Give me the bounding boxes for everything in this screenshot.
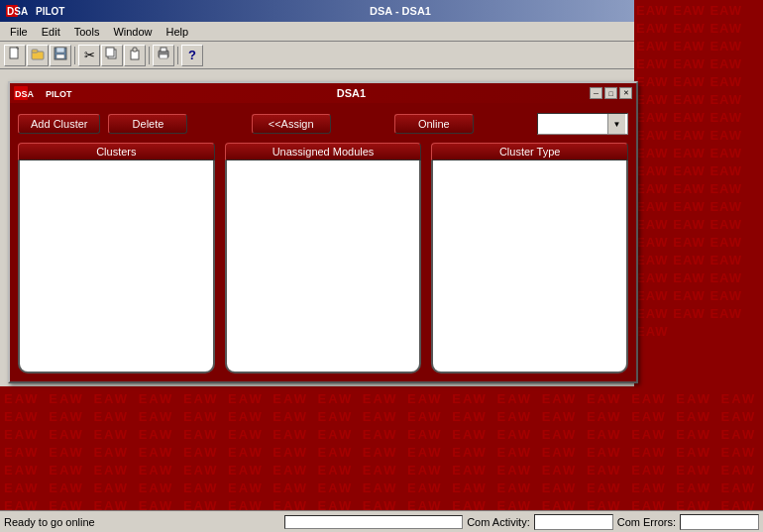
menu-edit[interactable]: Edit bbox=[36, 25, 66, 39]
watermark-right-text: EAW EAW EAW EAW EAW EAW EAW EAW EAW EAW … bbox=[634, 0, 763, 386]
menu-file[interactable]: File bbox=[4, 25, 34, 39]
unassigned-modules-panel: Unassigned Modules bbox=[225, 143, 422, 373]
title-bar-left: DSA PILOT bbox=[6, 3, 95, 19]
toolbar-new-btn[interactable] bbox=[4, 45, 26, 66]
menu-window[interactable]: Window bbox=[107, 25, 158, 39]
svg-rect-3 bbox=[10, 48, 18, 58]
toolbar-help-btn[interactable]: ? bbox=[181, 45, 203, 66]
status-bar: Ready to go online Com Activity: Com Err… bbox=[0, 510, 763, 532]
print-icon bbox=[157, 47, 170, 63]
svg-rect-8 bbox=[56, 54, 64, 58]
copy-icon bbox=[105, 47, 119, 63]
paste-icon bbox=[128, 47, 142, 63]
assign-button[interactable]: <<Assign bbox=[252, 114, 331, 134]
com-activity-field: Com Activity: bbox=[467, 514, 613, 530]
toolbar-sep-2 bbox=[149, 47, 150, 64]
panels-row: Clusters Unassigned Modules Cluster Type bbox=[18, 143, 628, 373]
app-logo-icon: DSA PILOT bbox=[14, 85, 113, 101]
clusters-panel-header: Clusters bbox=[18, 143, 215, 160]
svg-rect-5 bbox=[32, 50, 38, 53]
unassigned-modules-panel-header: Unassigned Modules bbox=[225, 143, 422, 160]
svg-text:DSA: DSA bbox=[15, 89, 35, 99]
com-errors-input bbox=[680, 514, 759, 530]
cut-icon: ✂ bbox=[84, 48, 95, 62]
open-folder-icon bbox=[31, 47, 45, 63]
clusters-panel: Clusters bbox=[18, 143, 215, 373]
app-window-title: DSA1 bbox=[113, 87, 590, 99]
app-restore-icon: □ bbox=[608, 90, 612, 97]
menu-tools[interactable]: Tools bbox=[68, 25, 106, 39]
add-cluster-button[interactable]: Add Cluster bbox=[18, 114, 100, 134]
toolbar-save-btn[interactable] bbox=[50, 45, 71, 66]
com-errors-field: Com Errors: bbox=[617, 514, 759, 530]
menu-help[interactable]: Help bbox=[161, 25, 195, 39]
svg-rect-10 bbox=[106, 48, 114, 56]
app-close-btn[interactable]: ✕ bbox=[619, 87, 632, 99]
svg-rect-15 bbox=[160, 54, 167, 58]
app-restore-btn[interactable]: □ bbox=[604, 87, 617, 99]
svg-rect-14 bbox=[161, 48, 166, 52]
toolbar-print-btn[interactable] bbox=[153, 45, 174, 66]
watermark-right: EAW EAW EAW EAW EAW EAW EAW EAW EAW EAW … bbox=[634, 0, 763, 386]
svg-text:PILOT: PILOT bbox=[46, 89, 72, 99]
app-close-icon: ✕ bbox=[623, 89, 629, 97]
online-button[interactable]: Online bbox=[394, 114, 474, 134]
toolbar-sep-1 bbox=[74, 47, 75, 64]
dropdown-arrow-icon: ▼ bbox=[613, 120, 621, 129]
app-minimize-btn[interactable]: ─ bbox=[590, 87, 602, 99]
cluster-type-panel-header: Cluster Type bbox=[431, 143, 628, 160]
app-content: Add Cluster Delete <<Assign Online ▼ Clu… bbox=[10, 103, 636, 381]
unassigned-modules-panel-body[interactable] bbox=[225, 160, 422, 373]
cluster-type-input[interactable] bbox=[538, 114, 607, 134]
os-title: DSA - DSA1 bbox=[95, 5, 706, 17]
save-icon bbox=[54, 47, 67, 63]
cluster-type-panel: Cluster Type bbox=[431, 143, 628, 373]
app-logo-area: DSA PILOT bbox=[14, 85, 113, 101]
cluster-type-panel-body[interactable] bbox=[431, 160, 628, 373]
cluster-type-dropdown[interactable]: ▼ bbox=[537, 113, 628, 135]
progress-bar bbox=[284, 515, 463, 529]
toolbar-paste-btn[interactable] bbox=[124, 45, 146, 66]
delete-button[interactable]: Delete bbox=[108, 114, 187, 134]
svg-rect-7 bbox=[56, 48, 64, 53]
toolbar-copy-btn[interactable] bbox=[101, 45, 123, 66]
com-errors-label: Com Errors: bbox=[617, 516, 676, 528]
app-title-bar: DSA PILOT DSA1 ─ □ ✕ bbox=[10, 83, 636, 103]
svg-rect-12 bbox=[133, 48, 137, 52]
com-activity-label: Com Activity: bbox=[467, 516, 530, 528]
clusters-panel-body[interactable] bbox=[18, 160, 215, 373]
dsa-pilot-logo: DSA PILOT bbox=[6, 3, 95, 19]
com-activity-input bbox=[534, 514, 613, 530]
toolbar-sep-3 bbox=[177, 47, 178, 64]
app-minimize-icon: ─ bbox=[594, 90, 599, 97]
new-doc-icon bbox=[8, 47, 22, 63]
svg-text:DSA: DSA bbox=[7, 6, 28, 17]
toolbar-open-btn[interactable] bbox=[27, 45, 49, 66]
toolbar-cut-btn[interactable]: ✂ bbox=[78, 45, 100, 66]
svg-text:PILOT: PILOT bbox=[36, 6, 64, 17]
app-window: DSA PILOT DSA1 ─ □ ✕ Add Cluster Delete … bbox=[8, 81, 638, 383]
app-window-controls: ─ □ ✕ bbox=[590, 87, 632, 99]
progress-bar-field bbox=[284, 515, 463, 529]
status-ready-text: Ready to go online bbox=[4, 516, 280, 528]
buttons-row: Add Cluster Delete <<Assign Online ▼ bbox=[18, 113, 628, 135]
dropdown-arrow-btn[interactable]: ▼ bbox=[607, 114, 625, 134]
help-icon: ? bbox=[188, 48, 196, 62]
